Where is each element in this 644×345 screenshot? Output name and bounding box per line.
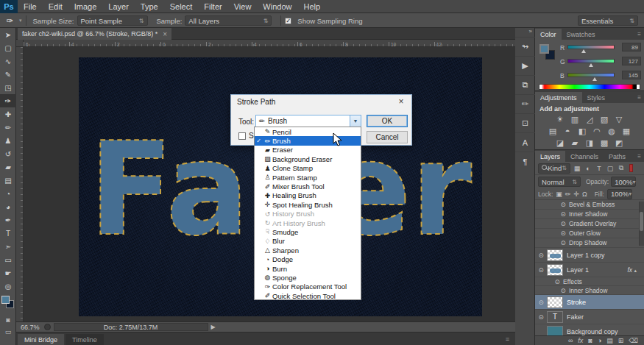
filter-smart-objects-icon[interactable]: ⧉ — [617, 164, 626, 172]
dropdown-item-blur[interactable]: ♢Blur — [255, 237, 361, 246]
actions-panel-icon[interactable]: ▶ — [515, 56, 535, 75]
filter-kind-select[interactable]: Kind ⇅ — [538, 163, 570, 174]
channel-mixer-icon[interactable]: ◍ — [607, 127, 617, 136]
layer-row-layer-1-copy[interactable]: ⊙Layer 1 copy — [535, 248, 644, 263]
ok-button[interactable]: OK — [367, 115, 408, 127]
tab-styles[interactable]: Styles — [582, 92, 611, 103]
layer-thumbnail[interactable] — [547, 296, 563, 308]
brush-tool[interactable]: ✏ — [0, 121, 16, 134]
menu-view[interactable]: View — [228, 2, 258, 11]
new-adjustment-icon[interactable]: ◑ — [598, 337, 601, 344]
panel-menu-icon[interactable]: ≡ — [637, 94, 641, 101]
dropdown-item-sponge[interactable]: ◍Sponge — [255, 273, 361, 282]
layers-scrollbar[interactable] — [639, 202, 644, 246]
filter-shape-layers-icon[interactable]: ▢ — [606, 165, 615, 172]
lock-transparency-icon[interactable]: ▣ — [556, 191, 562, 198]
shape-tool[interactable]: ▭ — [0, 253, 16, 266]
menu-help[interactable]: Help — [297, 2, 326, 11]
blue-slider[interactable] — [567, 73, 615, 77]
eye-icon[interactable]: ⊙ — [535, 266, 547, 274]
dropdown-item-background-eraser[interactable]: ▨Background Eraser — [255, 154, 361, 163]
tab-color[interactable]: Color — [535, 29, 562, 40]
selective-color-icon[interactable]: ◩ — [615, 138, 624, 148]
blend-mode-select[interactable]: Normal⇅ — [538, 177, 581, 187]
posterize-icon[interactable]: ▰ — [570, 138, 580, 148]
dropdown-item-color-replacement[interactable]: ✑Color Replacement Tool — [255, 282, 361, 291]
healing-brush-tool[interactable]: ✚ — [0, 107, 16, 121]
workspace-switcher[interactable]: Essentials⇅ — [578, 15, 638, 26]
effects-header-row[interactable]: ⊙Effects — [535, 277, 644, 286]
opacity-value[interactable]: 100%▾ — [611, 177, 636, 187]
status-flyout-icon[interactable]: ▶ — [211, 324, 216, 330]
layer-effect-row[interactable]: ⊙Inner Shadow — [535, 210, 644, 219]
vibrance-icon[interactable]: ▽ — [615, 115, 624, 124]
hue-saturation-icon[interactable]: ▤ — [548, 127, 558, 136]
dropdown-item-clone-stamp[interactable]: ♟Clone Stamp — [255, 164, 361, 173]
layer-effect-row[interactable]: ⊙Inner Shadow — [535, 286, 644, 295]
document-tab[interactable]: faker ch2-wiki.psd @ 66.7% (Stroke, RGB/… — [18, 28, 171, 40]
filter-toggle[interactable] — [629, 164, 633, 172]
menu-window[interactable]: Window — [257, 2, 297, 11]
text-layer-thumbnail[interactable]: T — [547, 311, 563, 323]
show-sampling-ring-checkbox[interactable]: ✓ — [285, 18, 291, 24]
dropdown-item-eraser[interactable]: ▰Eraser — [255, 146, 361, 154]
dropdown-item-quick-selection[interactable]: ✐Quick Selection Tool — [255, 291, 361, 300]
eye-icon[interactable]: ⊙ — [557, 239, 569, 246]
dropdown-item-burn[interactable]: ◑Burn — [255, 264, 361, 273]
delete-layer-icon[interactable]: ⌫ — [629, 337, 638, 344]
blur-tool[interactable]: ◔ — [0, 187, 16, 200]
quick-mask-icon[interactable]: ◙ — [0, 316, 16, 324]
curves-icon[interactable]: ◿ — [585, 115, 595, 124]
tab-timeline[interactable]: Timeline — [66, 334, 104, 345]
layer-effect-row[interactable]: ⊙Outer Glow — [535, 229, 644, 238]
layer-effect-row[interactable]: ⊙Bevel & Emboss — [535, 200, 644, 210]
eye-icon[interactable]: ⊙ — [535, 252, 547, 259]
red-slider[interactable] — [567, 45, 615, 49]
layer-row-background-copy[interactable]: ⊙Background copy — [535, 324, 644, 335]
levels-icon[interactable]: ▥ — [570, 115, 580, 124]
quick-selection-tool[interactable]: ✎ — [0, 68, 16, 81]
eye-icon[interactable]: ⊙ — [557, 201, 569, 208]
dialog-title[interactable]: Stroke Path — [231, 95, 411, 108]
threshold-icon[interactable]: ◨ — [585, 138, 595, 148]
sample-size-select[interactable]: Point Sample⇅ — [77, 15, 148, 26]
green-slider-thumb[interactable] — [589, 63, 593, 67]
lock-position-icon[interactable]: ✛ — [573, 191, 579, 198]
menu-type[interactable]: Type — [135, 2, 164, 11]
zoom-level[interactable]: 66.7% — [21, 324, 40, 331]
select-arrow-icon[interactable]: ▼ — [350, 115, 361, 127]
dropdown-item-mixer-brush[interactable]: ✐Mixer Brush Tool — [255, 182, 361, 191]
layer-row-layer-1[interactable]: ⊙Layer 1fx ▴ — [535, 263, 644, 277]
scrollbar-thumb[interactable] — [640, 212, 643, 231]
lasso-tool[interactable]: ∿ — [0, 54, 16, 68]
history-brush-tool[interactable]: ↺ — [0, 147, 16, 160]
exposure-icon[interactable]: ▧ — [600, 115, 609, 124]
layer-styles-icon[interactable]: fx — [578, 337, 583, 344]
new-group-icon[interactable]: ▤ — [606, 337, 613, 344]
character-panel-icon[interactable]: A — [515, 132, 535, 152]
eye-icon[interactable]: ⊙ — [535, 313, 547, 321]
tab-mini-bridge[interactable]: Mini Bridge — [18, 334, 64, 345]
pen-tool[interactable]: ✒ — [0, 213, 16, 227]
eye-icon[interactable]: ⊙ — [557, 287, 569, 294]
lock-all-icon[interactable]: Ω — [582, 191, 587, 198]
gradient-map-icon[interactable]: ▩ — [600, 138, 609, 148]
new-layer-icon[interactable]: ⊞ — [618, 337, 624, 344]
dodge-tool[interactable]: ◕ — [0, 200, 16, 213]
brightness-contrast-icon[interactable]: ☀ — [556, 115, 565, 124]
history-panel-icon[interactable]: ↬ — [515, 37, 535, 56]
expand-panels-icon[interactable]: » — [515, 28, 535, 37]
tool-flyout-arrow-icon[interactable]: ▾ — [19, 18, 22, 24]
blue-slider-thumb[interactable] — [592, 77, 597, 81]
type-tool[interactable]: T — [0, 227, 16, 240]
link-layers-icon[interactable]: ∞ — [568, 337, 573, 344]
layer-effect-row[interactable]: ⊙Drop Shadow — [535, 238, 644, 248]
black-white-icon[interactable]: ◧ — [578, 127, 587, 136]
dropdown-item-dodge[interactable]: ◔Dodge — [255, 255, 361, 263]
dropdown-item-healing-brush[interactable]: ✚Healing Brush — [255, 191, 361, 200]
foreground-color-swatch[interactable] — [1, 296, 10, 304]
path-selection-tool[interactable]: ➣ — [0, 240, 16, 253]
move-tool[interactable]: ➤ — [0, 28, 16, 41]
dropdown-item-spot-healing-brush[interactable]: ✛Spot Healing Brush — [255, 200, 361, 209]
eyedropper-icon[interactable]: ✑ — [0, 16, 19, 26]
